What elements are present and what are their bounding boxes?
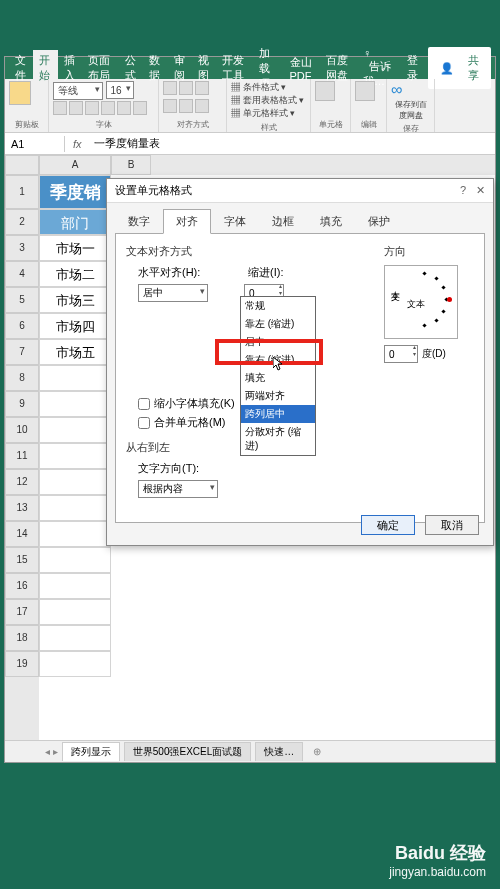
table-format[interactable]: ▦ 套用表格格式 ▾ [231, 95, 304, 105]
cell[interactable]: 市场二 [39, 261, 111, 287]
textdir-combo[interactable]: 根据内容 [138, 480, 218, 498]
align-center-icon[interactable] [179, 99, 193, 113]
ok-button[interactable]: 确定 [361, 515, 415, 535]
name-box[interactable]: A1 [5, 136, 65, 152]
fx-icon[interactable]: fx [65, 138, 90, 150]
cell[interactable] [39, 625, 111, 651]
cell[interactable] [39, 547, 111, 573]
align-right-icon[interactable] [195, 99, 209, 113]
cell[interactable]: 季度销 [39, 175, 111, 209]
align-left-icon[interactable] [163, 99, 177, 113]
row-head[interactable]: 7 [5, 339, 39, 365]
section-orientation: 方向 [384, 244, 474, 259]
tab-number[interactable]: 数字 [115, 209, 163, 234]
align-bot-icon[interactable] [195, 81, 209, 95]
tab-border[interactable]: 边框 [259, 209, 307, 234]
row-head[interactable]: 6 [5, 313, 39, 339]
label-degree: 度(D) [422, 347, 446, 361]
cell[interactable] [39, 573, 111, 599]
font-name[interactable]: 等线 [53, 82, 103, 100]
fill-color-icon[interactable] [117, 101, 131, 115]
tab-alignment[interactable]: 对齐 [163, 209, 211, 234]
share-button[interactable]: 👤共享 [428, 47, 491, 89]
chk-merge[interactable] [138, 417, 150, 429]
align-mid-icon[interactable] [179, 81, 193, 95]
cell[interactable] [39, 599, 111, 625]
underline-icon[interactable] [85, 101, 99, 115]
close-icon[interactable]: ✕ [476, 184, 485, 197]
font-color-icon[interactable] [133, 101, 147, 115]
cell[interactable] [39, 651, 111, 677]
cond-format[interactable]: ▦ 条件格式 ▾ [231, 82, 286, 92]
italic-icon[interactable] [69, 101, 83, 115]
chk-shrink-label: 缩小字体填充(K) [154, 396, 235, 411]
row-head[interactable]: 8 [5, 365, 39, 391]
cell[interactable]: 市场一 [39, 235, 111, 261]
cell[interactable] [39, 495, 111, 521]
font-size[interactable]: 16 [106, 81, 134, 99]
cells-icon[interactable] [315, 81, 335, 101]
row-head[interactable]: 5 [5, 287, 39, 313]
row-head[interactable]: 17 [5, 599, 39, 625]
save-baidu[interactable]: 保存到百度网盘 [391, 99, 430, 121]
new-sheet-icon[interactable]: ⊕ [307, 746, 327, 757]
tab-font[interactable]: 字体 [211, 209, 259, 234]
cell[interactable]: 市场四 [39, 313, 111, 339]
sheet-tab-3[interactable]: 快速… [255, 742, 303, 761]
cell-style[interactable]: ▦ 单元格样式 ▾ [231, 108, 295, 118]
baidu-save-icon[interactable]: ∞ [391, 81, 402, 99]
tab-fill[interactable]: 填充 [307, 209, 355, 234]
orient-handle[interactable] [447, 297, 452, 302]
cell[interactable] [39, 521, 111, 547]
row-head[interactable]: 10 [5, 417, 39, 443]
row-head[interactable]: 3 [5, 235, 39, 261]
row-head[interactable]: 14 [5, 521, 39, 547]
row-head[interactable]: 1 [5, 175, 39, 209]
sheet-tab-1[interactable]: 跨列显示 [62, 742, 120, 761]
cell[interactable] [39, 391, 111, 417]
dropdown-option[interactable]: 居中 [241, 333, 315, 351]
formula-value[interactable]: 一季度销量表 [90, 134, 164, 153]
row-head[interactable]: 12 [5, 469, 39, 495]
row-head[interactable]: 18 [5, 625, 39, 651]
dropdown-option[interactable]: 两端对齐 [241, 387, 315, 405]
dialog-titlebar: 设置单元格格式 ?✕ [107, 179, 493, 203]
cell[interactable]: 部门 [39, 209, 111, 235]
row-head[interactable]: 13 [5, 495, 39, 521]
help-icon[interactable]: ? [460, 184, 466, 197]
border-icon[interactable] [101, 101, 115, 115]
dropdown-option[interactable]: 填充 [241, 369, 315, 387]
degree-spinner[interactable]: 0 [384, 345, 418, 363]
paste-icon[interactable] [9, 81, 31, 105]
row-head[interactable]: 15 [5, 547, 39, 573]
chk-shrink[interactable] [138, 398, 150, 410]
sheet-tab-2[interactable]: 世界500强EXCEL面试题 [124, 742, 251, 761]
select-all-corner[interactable] [5, 155, 39, 175]
align-top-icon[interactable] [163, 81, 177, 95]
row-head[interactable]: 16 [5, 573, 39, 599]
row-head[interactable]: 2 [5, 209, 39, 235]
dropdown-option[interactable]: 靠左 (缩进) [241, 315, 315, 333]
row-head[interactable]: 9 [5, 391, 39, 417]
col-a[interactable]: A [39, 155, 111, 175]
halign-combo[interactable]: 居中 [138, 284, 208, 302]
bold-icon[interactable] [53, 101, 67, 115]
dropdown-option[interactable]: 常规 [241, 297, 315, 315]
row-head[interactable]: 19 [5, 651, 39, 677]
cell[interactable]: 市场三 [39, 287, 111, 313]
cell[interactable] [39, 417, 111, 443]
orientation-dial[interactable]: 文本 文本 [384, 265, 458, 339]
row-head[interactable]: 4 [5, 261, 39, 287]
dropdown-option[interactable]: 跨列居中 [241, 405, 315, 423]
dropdown-option[interactable]: 靠右 (缩进) [241, 351, 315, 369]
edit-icon[interactable] [355, 81, 375, 101]
cancel-button[interactable]: 取消 [425, 515, 479, 535]
row-head[interactable]: 11 [5, 443, 39, 469]
cell[interactable] [39, 443, 111, 469]
cell[interactable]: 市场五 [39, 339, 111, 365]
cell[interactable] [39, 469, 111, 495]
tab-protect[interactable]: 保护 [355, 209, 403, 234]
dropdown-option[interactable]: 分散对齐 (缩进) [241, 423, 315, 455]
cell[interactable] [39, 365, 111, 391]
col-b[interactable]: B [111, 155, 151, 175]
